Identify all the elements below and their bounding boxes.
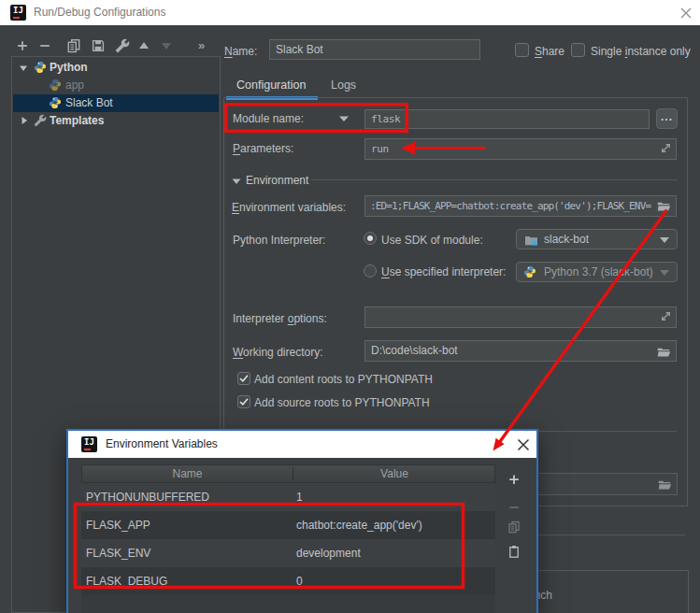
python-icon [49, 78, 62, 92]
browse-folder-icon[interactable] [656, 199, 672, 212]
table-row[interactable]: FLASK_ENV development [81, 539, 495, 567]
table-row[interactable]: PYTHONUNBUFFERED 1 [81, 483, 495, 511]
parameters-label: Parameters: [233, 142, 293, 155]
column-header-name[interactable]: Name [82, 465, 293, 482]
add-content-roots-label[interactable]: Add content roots to PYTHONPATH [254, 373, 433, 386]
tree-item-label: Python [50, 59, 88, 77]
env-name: PYTHONUNBUFFERED [86, 483, 209, 511]
env-value: 0 [296, 567, 303, 595]
dialog-titlebar: IJ Environment Variables [68, 431, 536, 458]
add-source-roots-checkbox[interactable] [237, 395, 250, 408]
tab-logs[interactable]: Logs [331, 78, 356, 92]
share-label: Share [535, 45, 564, 58]
tab-configuration[interactable]: Configuration [236, 78, 306, 92]
env-value: development [296, 539, 361, 567]
environment-section-label[interactable]: Environment [246, 174, 308, 187]
tree-item-label: app [65, 77, 84, 94]
save-icon[interactable] [91, 38, 106, 53]
section-collapse-icon[interactable] [232, 178, 241, 185]
table-header: Name Value [81, 464, 495, 483]
dialog-title: Environment Variables [106, 431, 218, 458]
close-icon[interactable] [679, 7, 693, 20]
add-source-roots-label[interactable]: Add source roots to PYTHONPATH [254, 396, 430, 409]
name-label: Name: [224, 45, 257, 58]
tree-item-label: Slack Bot [65, 94, 113, 112]
tree-item-slack-bot[interactable]: Slack Bot [13, 94, 219, 112]
python-icon [523, 265, 536, 278]
copy-icon[interactable] [507, 520, 521, 534]
module-name-label[interactable]: Module name: [233, 112, 304, 125]
use-sdk-label[interactable]: Use SDK of module: [381, 234, 483, 247]
specified-interpreter-combobox[interactable]: Python 3.7 (slack-bot) [516, 262, 678, 282]
working-directory-label: Working directory: [233, 346, 322, 359]
table-row[interactable]: FLASK_APP chatbot:create_app('dev') [81, 511, 495, 539]
copy-icon[interactable] [66, 38, 81, 53]
env-value: 1 [296, 483, 303, 511]
paste-icon[interactable] [507, 545, 521, 558]
main-titlebar: IJ Run/Debug Configurations [0, 0, 700, 25]
add-icon[interactable] [15, 38, 30, 53]
tree-item-templates[interactable]: Templates [13, 112, 219, 130]
environment-variables-label: Environment variables: [232, 201, 346, 214]
browse-folder-icon[interactable] [657, 478, 673, 491]
chevron-down-icon [660, 270, 669, 276]
python-icon [34, 61, 47, 74]
use-sdk-radio[interactable] [364, 232, 377, 245]
python-icon [49, 96, 62, 109]
interpreter-options-input[interactable] [364, 306, 677, 328]
move-down-icon[interactable] [159, 38, 174, 53]
remove-icon[interactable] [507, 501, 521, 514]
section-separator [311, 179, 678, 180]
env-name: FLASK_APP [86, 511, 150, 539]
use-specified-label[interactable]: Use specified interpreter: [381, 265, 506, 278]
browse-folder-icon[interactable] [656, 345, 672, 358]
environment-variables-input[interactable]: :ED=1;FLASK_APP=chatbot:create_app('dev'… [364, 195, 677, 217]
environment-variables-dialog: IJ Environment Variables Name Value PYTH… [66, 429, 538, 613]
parameters-input[interactable]: run [364, 138, 677, 160]
env-name: FLASK_ENV [86, 539, 150, 567]
chevron-down-icon[interactable] [338, 115, 350, 122]
chevron-down-icon [660, 237, 669, 243]
interpreter-options-label: Interpreter options: [233, 312, 327, 325]
collapsed-arrow-icon[interactable] [20, 116, 29, 125]
specified-interpreter-value: Python 3.7 (slack-bot) [544, 263, 653, 281]
single-instance-label: Single instance only [591, 45, 691, 58]
table-row[interactable]: FLASK_DEBUG 0 [81, 567, 495, 595]
share-checkbox[interactable] [515, 43, 529, 57]
tree-item-app[interactable]: app [13, 77, 219, 94]
sdk-module-value: slack-bot [544, 230, 589, 249]
browse-module-button[interactable]: ... [656, 108, 678, 129]
working-directory-input[interactable]: D:\code\slack-bot [364, 340, 677, 362]
env-name: FLASK_DEBUG [86, 567, 167, 595]
wrench-icon[interactable] [115, 38, 130, 53]
env-value: chatbot:create_app('dev') [296, 511, 422, 539]
single-instance-checkbox[interactable] [571, 43, 585, 57]
module-name-input[interactable]: flask [364, 109, 650, 129]
name-input[interactable]: Slack Bot [269, 39, 480, 60]
sdk-module-combobox[interactable]: slack-bot [516, 229, 678, 249]
use-specified-radio[interactable] [364, 264, 377, 278]
expanded-arrow-icon[interactable] [19, 64, 28, 73]
configurations-toolbar: » [0, 25, 221, 56]
move-up-icon[interactable] [136, 38, 151, 53]
intellij-logo-icon: IJ [81, 436, 97, 452]
remove-icon[interactable] [37, 38, 52, 53]
show-more-icon[interactable]: » [198, 38, 213, 53]
tree-item-label: Templates [50, 112, 104, 130]
tree-item-python[interactable]: Python [13, 59, 219, 77]
expand-field-icon[interactable] [659, 309, 673, 323]
expand-field-icon[interactable] [659, 141, 673, 155]
env-vars-table: Name Value PYTHONUNBUFFERED 1 FLASK_APP … [81, 464, 495, 613]
close-icon[interactable] [517, 438, 530, 451]
module-icon [524, 234, 538, 247]
add-icon[interactable] [507, 473, 521, 486]
python-interpreter-label: Python Interpreter: [233, 234, 325, 247]
wrench-icon [34, 114, 47, 127]
intellij-logo-icon: IJ [10, 5, 26, 21]
column-header-value[interactable]: Value [293, 465, 495, 482]
add-content-roots-checkbox[interactable] [237, 372, 250, 385]
window-title: Run/Debug Configurations [34, 0, 165, 25]
